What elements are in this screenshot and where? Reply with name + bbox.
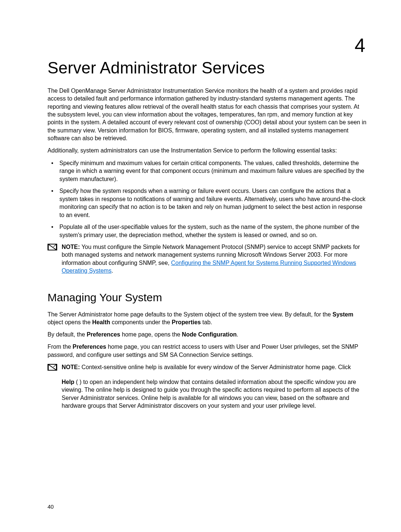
text-span: Preferences xyxy=(73,344,106,350)
note-sub-body: ( ) to open an independent help window t… xyxy=(62,379,359,409)
text-span: Health xyxy=(92,319,110,325)
list-item: Populate all of the user-specifiable val… xyxy=(48,223,368,239)
note-text: NOTE: You must configure the Simple Netw… xyxy=(62,243,368,275)
text-span: components under the xyxy=(110,319,172,325)
list-item: Specify minimum and maximum values for c… xyxy=(48,159,368,183)
managing-p1: The Server Administrator home page defau… xyxy=(48,311,368,326)
text-span: From the xyxy=(48,344,73,350)
list-item: Specify how the system responds when a w… xyxy=(48,187,368,219)
note-block-1: NOTE: You must configure the Simple Netw… xyxy=(48,243,368,275)
managing-p2: By default, the Preferences home page, o… xyxy=(48,331,368,338)
intro-paragraph-2: Additionally, system administrators can … xyxy=(48,147,368,154)
text-span: Node Configuration xyxy=(182,331,237,338)
chapter-number: 4 xyxy=(48,34,368,56)
text-span: Properties xyxy=(172,319,201,325)
note-label: NOTE: xyxy=(62,364,82,370)
note-body-post: . xyxy=(111,267,113,274)
section-title: Managing Your System xyxy=(48,291,368,304)
text-span: home page, opens the xyxy=(120,331,182,338)
intro-paragraph-1: The Dell OpenManage Server Administrator… xyxy=(48,87,368,142)
text-span: System xyxy=(332,311,353,318)
note-icon xyxy=(48,364,58,371)
text-span: tab. xyxy=(201,319,212,325)
text-span: object opens the xyxy=(48,319,92,325)
text-span: Preferences xyxy=(87,331,120,338)
text-span: By default, the xyxy=(48,331,87,338)
chapter-title: Server Administrator Services xyxy=(48,59,368,77)
help-label: Help xyxy=(62,379,74,385)
task-list: Specify minimum and maximum values for c… xyxy=(48,159,368,239)
text-span: The Server Administrator home page defau… xyxy=(48,311,332,318)
note-label: NOTE: xyxy=(62,244,82,250)
note-body: Context-sensitive online help is availab… xyxy=(82,364,351,370)
page-number: 40 xyxy=(48,503,54,510)
managing-p3: From the Preferences home page, you can … xyxy=(48,343,368,359)
note-icon xyxy=(48,244,58,250)
text-span: . xyxy=(237,331,238,338)
note-block-2: NOTE: Context-sensitive online help is a… xyxy=(48,363,368,410)
note-text: NOTE: Context-sensitive online help is a… xyxy=(62,363,368,410)
